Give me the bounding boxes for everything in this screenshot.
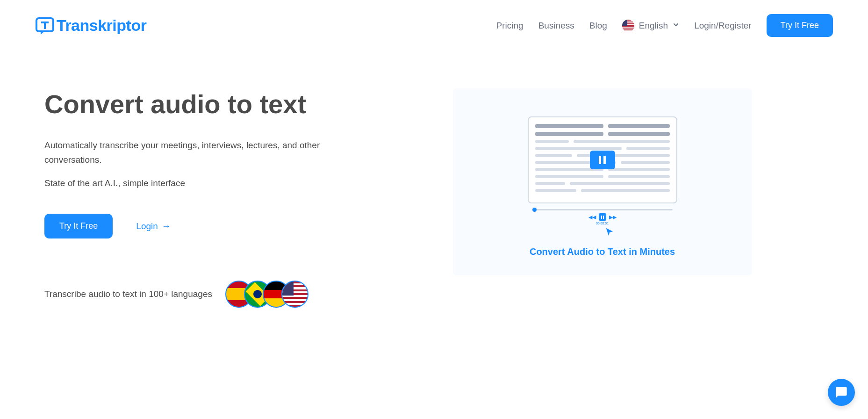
pause-button-icon [590, 151, 615, 169]
header: Transkriptor Pricing Business Blog Engli… [0, 0, 868, 51]
flags-group [225, 281, 308, 308]
pause-icon [599, 213, 606, 221]
flag-usa-icon [281, 281, 308, 308]
hero-actions: Try It Free Login → [44, 214, 353, 238]
login-link[interactable]: Login → [136, 221, 171, 231]
hero-section: Convert audio to text Automatically tran… [0, 51, 868, 308]
chat-icon [835, 386, 848, 399]
timestamp: 00:00:01 [596, 222, 609, 225]
forward-icon: ▶▶ [609, 214, 617, 220]
logo-icon [35, 16, 55, 36]
cta-button-header[interactable]: Try It Free [767, 14, 833, 37]
nav-blog[interactable]: Blog [589, 21, 607, 31]
cursor-icon [604, 227, 615, 239]
hero-description-2: State of the art A.I., simple interface [44, 176, 353, 190]
nav-business[interactable]: Business [538, 21, 574, 31]
hero-description-1: Automatically transcribe your meetings, … [44, 138, 353, 167]
language-selector[interactable]: English [622, 20, 679, 32]
cta-button-hero[interactable]: Try It Free [44, 214, 113, 238]
player-bar: ◀◀ ▶▶ 00:00:01 [532, 209, 673, 225]
flag-usa-icon [622, 20, 634, 32]
hero-content: Convert audio to text Automatically tran… [44, 88, 353, 308]
illustration-caption: Convert Audio to Text in Minutes [530, 246, 675, 257]
document-preview [528, 116, 677, 203]
svg-rect-2 [44, 22, 46, 29]
arrow-right-icon: → [162, 221, 171, 231]
rewind-icon: ◀◀ [588, 214, 596, 220]
player-controls: ◀◀ ▶▶ [588, 213, 617, 221]
main-nav: Pricing Business Blog English Login/Regi… [496, 14, 833, 37]
language-label: English [639, 21, 668, 31]
login-link-label: Login [136, 221, 158, 231]
illustration-card: ◀◀ ▶▶ 00:00:01 Convert Audio to Text in … [453, 88, 752, 275]
nav-pricing[interactable]: Pricing [496, 21, 524, 31]
nav-login-register[interactable]: Login/Register [694, 21, 752, 31]
hero-title: Convert audio to text [44, 88, 353, 120]
hero-illustration: ◀◀ ▶▶ 00:00:01 Convert Audio to Text in … [381, 88, 824, 308]
brand-name: Transkriptor [57, 16, 146, 35]
logo[interactable]: Transkriptor [35, 16, 146, 36]
chat-widget-button[interactable] [828, 379, 855, 406]
languages-text: Transcribe audio to text in 100+ languag… [44, 289, 212, 299]
languages-row: Transcribe audio to text in 100+ languag… [44, 281, 353, 308]
progress-bar [532, 209, 673, 210]
chevron-down-icon [673, 22, 679, 29]
